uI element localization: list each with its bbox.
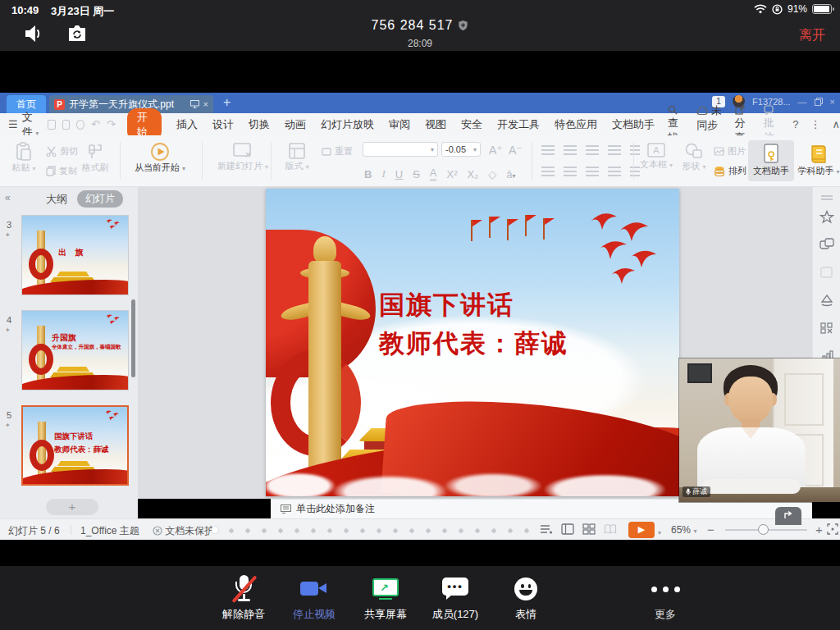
slide-title-text[interactable]: 国旗下讲话 教师代表：薛诚	[379, 285, 568, 363]
font-size-input: -0.05▾	[441, 142, 481, 157]
subscript-icon: X₂	[467, 168, 478, 180]
zoom-out-icon[interactable]: −	[707, 523, 714, 536]
play-from-current-button[interactable]: 从当前开始 ▾	[125, 142, 195, 174]
strikethrough-icon: S	[413, 168, 420, 180]
letterbox-bottom	[0, 540, 840, 566]
highlight-icon: ā▾	[506, 168, 515, 180]
members-button[interactable]: ••• 成员(127)	[418, 573, 492, 622]
menu-tab-insert[interactable]: 插入	[176, 117, 198, 132]
unmute-button[interactable]: 解除静音	[207, 573, 281, 622]
wps-ribbon: 粘贴 ▾ 剪切 复制 格式刷 从当前开始 ▾ 新建幻灯片 ▾ 版式 ▾	[0, 135, 840, 187]
slide-thumbnail-3[interactable]: 出 旗	[21, 215, 129, 295]
menu-tab-design[interactable]: 设计	[212, 117, 234, 132]
notes-toggle-icon[interactable]	[540, 523, 553, 535]
bold-icon: B	[364, 168, 372, 180]
menu-tab-view[interactable]: 视图	[425, 117, 446, 132]
menu-tab-special[interactable]: 特色应用	[555, 117, 597, 132]
reading-view-icon	[604, 523, 617, 535]
help-icon[interactable]: ?	[792, 118, 798, 130]
muted-mic-icon	[233, 575, 254, 603]
menu-tab-devtools[interactable]: 开发工具	[497, 117, 540, 132]
effects-star-icon[interactable]	[819, 210, 834, 225]
decrease-font-icon: A⁻	[509, 144, 523, 157]
panel-scrollbar[interactable]	[131, 299, 135, 377]
menu-tab-slideshow[interactable]: 幻灯片放映	[321, 117, 374, 132]
reset-button: 重置	[322, 145, 353, 158]
share-screen-button[interactable]: ↗ 共享屏幕	[349, 573, 422, 622]
slide-sorter-icon[interactable]	[582, 523, 596, 535]
copy-button: 复制	[46, 165, 77, 177]
slide-thumbnail-4[interactable]: 升国旗 全体肃立，升国旗，奏唱国歌	[21, 310, 129, 390]
print-preview-icon[interactable]	[76, 120, 84, 130]
slide-editor[interactable]: 国旗下讲话 教师代表：薛诚	[266, 189, 679, 496]
animation-star-icon: ✦	[5, 231, 11, 239]
theme-name[interactable]: 1_Office 主题	[80, 524, 139, 538]
increase-font-icon: A⁺	[489, 144, 503, 157]
menu-tab-review[interactable]: 审阅	[389, 117, 410, 132]
tab-outline[interactable]: 大纲	[46, 192, 67, 207]
transition-icon[interactable]	[819, 238, 834, 251]
zoom-slider-thumb[interactable]	[758, 524, 769, 535]
doves-mini-icon	[102, 409, 124, 424]
meeting-toolbar: 解除静音 停止视频 ↗ 共享屏幕 ••• 成员(127) 表情	[0, 566, 840, 630]
more-menu-icon[interactable]: ⋮	[810, 118, 820, 130]
new-slide-button: 新建幻灯片 ▾	[212, 142, 274, 172]
present-mode-icon[interactable]	[190, 100, 199, 108]
ipad-screen: 10:49 3月23日 周一 91% 756 284 517 28:09 离开 …	[0, 0, 840, 630]
ppt-file-icon: P	[54, 99, 65, 110]
zoom-in-icon[interactable]: +	[815, 523, 823, 536]
drag-handle-icon[interactable]	[819, 195, 834, 200]
menu-tab-animation[interactable]: 动画	[285, 117, 306, 132]
add-slide-button[interactable]: +	[46, 499, 98, 515]
more-button[interactable]: 更多	[628, 573, 702, 622]
slides-panel: « 大纲 幻灯片 3 ✦ 出 旗 4 ✦ 升国旗 全体肃立，升国旗，奏唱国歌	[0, 187, 138, 518]
notes-icon	[281, 504, 291, 514]
shield-icon	[458, 20, 468, 31]
undo-icon[interactable]: ↶	[91, 120, 100, 130]
meeting-id: 756 284 517	[0, 18, 840, 33]
participant-video[interactable]: 薛诚	[679, 358, 840, 502]
close-tab-icon[interactable]: ×	[203, 99, 208, 109]
menu-tab-transition[interactable]: 切换	[249, 117, 270, 132]
tab-slides[interactable]: 幻灯片	[77, 190, 123, 208]
menu-tab-security[interactable]: 安全	[461, 117, 482, 132]
menu-tab-doc-assistant[interactable]: 文档助手	[612, 117, 655, 132]
fit-screen-icon[interactable]	[827, 523, 838, 535]
disabled-tool-icon	[819, 266, 834, 279]
doves-mini-icon	[103, 218, 125, 233]
subject-assistant-button[interactable]: 学科助手 ▾	[797, 140, 840, 177]
leave-meeting-button[interactable]: 离开	[799, 27, 825, 44]
smiley-icon	[514, 578, 537, 600]
collapse-panel-button[interactable]: «	[5, 192, 11, 203]
collapse-ribbon-icon[interactable]: ∧	[832, 118, 840, 130]
zoom-level[interactable]: 65% ▾	[671, 524, 696, 536]
play-dropdown-caret[interactable]: ▾	[658, 526, 661, 537]
font-name-select: ▾	[363, 142, 438, 157]
material-icon[interactable]	[819, 294, 834, 308]
protection-status[interactable]: 文档未保护	[153, 524, 214, 538]
stop-video-button[interactable]: 停止视频	[277, 573, 351, 622]
normal-view-icon[interactable]	[561, 523, 574, 535]
picture-frame	[687, 363, 712, 383]
emoji-button[interactable]: 表情	[489, 573, 563, 622]
save-icon[interactable]	[48, 120, 56, 130]
new-tab-button[interactable]: +	[223, 95, 231, 110]
collapse-corner-button[interactable]	[775, 507, 801, 525]
doves-mini-icon	[103, 313, 125, 328]
letterbox-top	[0, 51, 840, 93]
picture-button: 图片 ▾	[714, 145, 752, 158]
slide-counter: 幻灯片 5 / 6	[8, 524, 60, 538]
slide-thumbnail-5-selected[interactable]: 国旗下讲话 教师代表：薛诚	[21, 405, 129, 486]
hamburger-icon[interactable]: ☰	[8, 118, 18, 130]
document-title: 开学第一天升旗仪式.ppt	[69, 98, 186, 112]
arrange-button[interactable]: 排列 ▾	[714, 165, 753, 177]
slideshow-play-button[interactable]: ▶	[628, 522, 655, 538]
shape-button: 形状 ▾	[678, 142, 710, 172]
cloud-band-graphic	[266, 465, 679, 496]
paragraph-tools-row2	[541, 167, 646, 176]
doc-assistant-button[interactable]: 文档助手	[748, 140, 794, 181]
smartart-icon[interactable]	[819, 322, 834, 335]
redo-icon[interactable]: ↷	[107, 120, 116, 130]
print-icon[interactable]	[62, 120, 71, 130]
thumb-number: 4	[7, 315, 11, 325]
